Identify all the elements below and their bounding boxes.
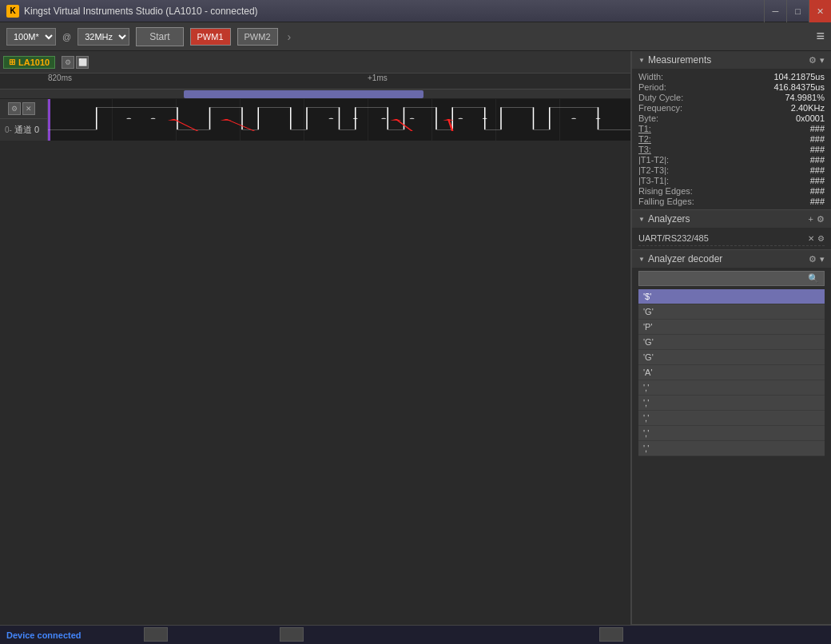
decoder-title: Analyzer decoder xyxy=(648,253,722,264)
expand-button[interactable]: ⬜ xyxy=(76,56,89,69)
t3t1-label: |T3-T1|: xyxy=(638,176,731,185)
settings-button[interactable]: ⚙ xyxy=(62,56,74,69)
measurements-settings-icon[interactable]: ⚙ xyxy=(809,55,817,66)
frequency-label: Frequency: xyxy=(638,103,731,113)
at-label: @ xyxy=(62,32,71,42)
la-badge: ⊞ LA1010 xyxy=(3,56,55,69)
clock-select[interactable]: 32MHz xyxy=(78,28,129,46)
search-icon: 🔍 xyxy=(808,273,819,284)
window-title: Kingst Virtual Instruments Studio (LA101… xyxy=(24,6,258,17)
decoder-item-7[interactable]: ',' xyxy=(638,396,825,411)
pwm-arrow: › xyxy=(288,30,292,43)
menu-button[interactable]: ≡ xyxy=(816,28,825,45)
time-ruler: 820ms +1ms xyxy=(0,74,630,89)
decoder-triangle: ▼ xyxy=(638,256,645,263)
decoder-item-1[interactable]: 'G' xyxy=(638,304,825,320)
decoder-search-bar[interactable]: 🔍 xyxy=(638,271,825,286)
add-analyzer-icon[interactable]: + xyxy=(809,214,813,225)
dutycycle-label: Duty Cycle: xyxy=(638,93,731,102)
t2-value: ### xyxy=(738,134,825,144)
analyzer-uart: UART/RS232/485 ✕ ⚙ xyxy=(638,231,825,246)
scroll-thumb[interactable] xyxy=(184,90,423,98)
t1-label: T1: xyxy=(638,124,731,133)
decoder-settings-icon[interactable]: ⚙ xyxy=(809,254,817,264)
start-button[interactable]: Start xyxy=(136,27,183,46)
svg-point-6 xyxy=(458,118,463,119)
left-panel: ⊞ LA1010 ⚙ ⬜ 820ms +1ms ⚙ ✕ xyxy=(0,51,631,625)
byte-value: 0x0001 xyxy=(738,113,825,123)
decoder-item-8[interactable]: ',' xyxy=(638,411,825,426)
time-label-2: +1ms xyxy=(368,74,388,82)
svg-point-1 xyxy=(151,118,156,119)
toolbar: 100M* @ 32MHz Start PWM1 PWM2 › ≡ xyxy=(0,22,831,51)
app-icon: K xyxy=(6,5,19,18)
main-area: ⊞ LA1010 ⚙ ⬜ 820ms +1ms ⚙ ✕ xyxy=(0,51,831,625)
close-button[interactable]: ✕ xyxy=(809,0,831,22)
t2t3-value: ### xyxy=(738,165,825,175)
ch0-settings-btn[interactable]: ⚙ xyxy=(8,102,21,115)
svg-point-4 xyxy=(381,118,386,119)
window-controls: ─ □ ✕ xyxy=(764,0,831,22)
falling-label: Falling Edges: xyxy=(638,197,731,206)
waveform-area: ⚙ ✕ 0- 通道 0 xyxy=(0,99,630,141)
svg-point-7 xyxy=(483,118,487,119)
decoder-item-5[interactable]: 'A' xyxy=(638,365,825,380)
period-label: Period: xyxy=(638,82,731,92)
analyzer-close-btn[interactable]: ✕ xyxy=(808,234,814,243)
maximize-button[interactable]: □ xyxy=(786,0,809,22)
time-label-1: 820ms xyxy=(48,74,72,82)
waveform-canvas: Start LSB MSB Stop xyxy=(48,99,630,141)
t1-value: ### xyxy=(738,124,825,133)
width-label: Width: xyxy=(638,72,731,81)
t3-label: T3: xyxy=(638,145,731,154)
byte-label: Byte: xyxy=(638,113,731,123)
scroll-bar[interactable] xyxy=(0,89,630,99)
channel-0-label: ⚙ ✕ xyxy=(0,99,47,119)
minimize-button[interactable]: ─ xyxy=(764,0,786,22)
t3-value: ### xyxy=(738,145,825,154)
decoder-header: ▼ Analyzer decoder ⚙ ▾ xyxy=(632,250,831,268)
t2-label: T2: xyxy=(638,134,731,144)
analyzers-triangle: ▼ xyxy=(638,216,645,223)
decoder-list: '$' 'G' 'P' 'G' 'G' 'A' ',' ',' ',' ',' … xyxy=(638,289,825,456)
decoder-item-0[interactable]: '$' xyxy=(638,289,825,304)
waveform-svg xyxy=(48,99,630,141)
svg-point-9 xyxy=(595,118,600,119)
statusbar-scroll-3[interactable] xyxy=(599,627,623,642)
decoder-item-10[interactable]: ',' xyxy=(638,441,825,456)
measurements-header: ▼ Measurements ⚙ ▾ xyxy=(632,51,831,69)
decoder-search-input[interactable] xyxy=(644,274,808,284)
decoder-item-4[interactable]: 'G' xyxy=(638,350,825,365)
decoder-item-3[interactable]: 'G' xyxy=(638,335,825,350)
analyzers-list: UART/RS232/485 ✕ ⚙ xyxy=(632,228,831,249)
svg-point-8 xyxy=(571,118,576,119)
statusbar-scroll-1[interactable] xyxy=(144,627,168,642)
analyzers-settings-icon[interactable]: ⚙ xyxy=(817,214,825,225)
analyzer-settings-btn[interactable]: ⚙ xyxy=(817,234,825,243)
statusbar: Device connected xyxy=(0,625,831,644)
t1t2-value: ### xyxy=(738,155,825,165)
right-panel: ▼ Measurements ⚙ ▾ Width: 104.21875us Pe… xyxy=(631,51,831,625)
channel-header: ⊞ LA1010 ⚙ ⬜ xyxy=(0,51,630,74)
decoder-item-6[interactable]: ',' xyxy=(638,380,825,396)
rising-value: ### xyxy=(738,186,825,196)
svg-point-0 xyxy=(126,118,131,119)
ch0-name: 0- 通道 0 xyxy=(0,119,47,141)
measurements-expand-icon[interactable]: ▾ xyxy=(820,55,825,66)
decoder-item-2[interactable]: 'P' xyxy=(638,320,825,335)
channel-label-column: ⚙ ✕ 0- 通道 0 xyxy=(0,99,48,141)
width-value: 104.21875us xyxy=(738,72,825,81)
analyzers-section: ▼ Analyzers + ⚙ UART/RS232/485 ✕ ⚙ xyxy=(632,210,831,250)
la-icon: ⊞ xyxy=(9,58,15,66)
sample-rate-select[interactable]: 100M* xyxy=(6,28,56,46)
decoder-expand-icon[interactable]: ▾ xyxy=(820,254,825,264)
la-name: LA1010 xyxy=(18,58,50,67)
decoder-item-9[interactable]: ',' xyxy=(638,426,825,441)
svg-point-2 xyxy=(328,118,333,119)
rising-label: Rising Edges: xyxy=(638,186,731,196)
ch0-close-btn[interactable]: ✕ xyxy=(22,102,35,115)
t1t2-label: |T1-T2|: xyxy=(638,155,731,165)
pwm2-button[interactable]: PWM2 xyxy=(237,28,278,46)
statusbar-scroll-2[interactable] xyxy=(280,627,304,642)
pwm1-button[interactable]: PWM1 xyxy=(190,28,231,46)
